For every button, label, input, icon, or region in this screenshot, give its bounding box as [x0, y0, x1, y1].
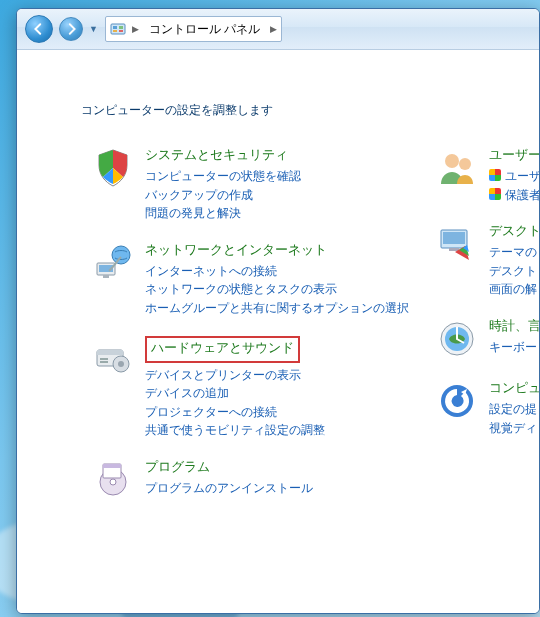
category: 時計、言キーボー — [435, 317, 539, 361]
svg-rect-4 — [119, 30, 123, 32]
hardware-icon — [91, 336, 135, 380]
task-link[interactable]: コンピューターの状態を確認 — [145, 167, 301, 186]
category: ハードウェアとサウンドデバイスとプリンターの表示デバイスの追加プロジェクターへの… — [91, 336, 411, 440]
control-panel-icon — [110, 21, 126, 37]
svg-point-5 — [112, 246, 130, 264]
svg-point-20 — [459, 158, 471, 170]
shield-icon — [91, 146, 135, 190]
titlebar: ▼ ▶ コントロール パネル ▶ — [17, 9, 539, 50]
task-link[interactable]: 画面の解 — [489, 280, 539, 299]
category-link[interactable]: ネットワークとインターネット — [145, 241, 327, 259]
client-area: コンピューターの設定を調整します システムとセキュリティコンピューターの状態を確… — [17, 50, 539, 613]
task-link[interactable]: 設定の提 — [489, 400, 539, 419]
category: コンピュ設定の提視覚ディ — [435, 379, 539, 437]
left-column: システムとセキュリティコンピューターの状態を確認バックアップの作成問題の発見と解… — [91, 146, 411, 520]
category-body: ユーザーユーザ保護者 — [489, 146, 539, 204]
category-link[interactable]: プログラム — [145, 458, 210, 476]
category-body: プログラムプログラムのアンインストール — [145, 458, 313, 502]
svg-rect-13 — [100, 358, 108, 360]
page-title: コンピューターの設定を調整します — [81, 102, 273, 119]
svg-rect-2 — [119, 26, 123, 29]
svg-rect-18 — [103, 464, 121, 468]
task-link[interactable]: 共通で使うモビリティ設定の調整 — [145, 421, 325, 440]
category: システムとセキュリティコンピューターの状態を確認バックアップの作成問題の発見と解… — [91, 146, 411, 223]
task-link[interactable]: ホームグループと共有に関するオプションの選択 — [145, 299, 409, 318]
right-column: ユーザーユーザ保護者デスクトテーマのデスクト画面の解時計、言キーボーコンピュ設定… — [435, 146, 539, 455]
task-link[interactable]: 保護者 — [489, 186, 539, 205]
category-body: システムとセキュリティコンピューターの状態を確認バックアップの作成問題の発見と解… — [145, 146, 301, 223]
nav-back-button[interactable] — [25, 15, 53, 43]
task-link[interactable]: ユーザ — [489, 167, 539, 186]
svg-rect-1 — [113, 26, 117, 29]
category: デスクトテーマのデスクト画面の解 — [435, 222, 539, 299]
nav-forward-button[interactable] — [59, 17, 83, 41]
arrow-left-icon — [33, 23, 45, 35]
arrow-right-icon — [65, 23, 77, 35]
task-link[interactable]: ネットワークの状態とタスクの表示 — [145, 280, 409, 299]
task-link[interactable]: 問題の発見と解決 — [145, 204, 301, 223]
category-body: 時計、言キーボー — [489, 317, 539, 361]
task-link[interactable]: デバイスの追加 — [145, 384, 325, 403]
ease-icon — [435, 379, 479, 423]
svg-rect-14 — [100, 361, 108, 363]
programs-icon — [91, 458, 135, 502]
svg-rect-22 — [443, 232, 465, 244]
category-body: ハードウェアとサウンドデバイスとプリンターの表示デバイスの追加プロジェクターへの… — [145, 336, 325, 440]
task-link[interactable]: プログラムのアンインストール — [145, 479, 313, 498]
category-link[interactable]: 時計、言 — [489, 317, 539, 335]
category: プログラムプログラムのアンインストール — [91, 458, 411, 502]
category-link[interactable]: コンピュ — [489, 379, 539, 397]
network-icon — [91, 241, 135, 285]
category-link[interactable]: デスクト — [489, 222, 539, 240]
category-link[interactable]: ユーザー — [489, 146, 539, 164]
svg-point-19 — [445, 154, 459, 168]
appearance-icon — [435, 222, 479, 266]
task-link[interactable]: デスクト — [489, 262, 539, 281]
category-link[interactable]: ハードウェアとサウンド — [151, 339, 294, 357]
control-panel-window: ▼ ▶ コントロール パネル ▶ コンピューターの設定を調整します システムとセ… — [16, 8, 540, 614]
svg-rect-10 — [97, 350, 123, 355]
nav-history-dropdown[interactable]: ▼ — [89, 24, 99, 34]
category-body: コンピュ設定の提視覚ディ — [489, 379, 539, 437]
users-icon — [435, 146, 479, 190]
svg-rect-3 — [113, 30, 117, 32]
address-bar[interactable]: ▶ コントロール パネル ▶ — [105, 16, 282, 42]
breadcrumb-control-panel[interactable]: コントロール パネル — [145, 19, 264, 40]
clock-icon — [435, 317, 479, 361]
category-link[interactable]: システムとセキュリティ — [145, 146, 288, 164]
task-link[interactable]: プロジェクターへの接続 — [145, 403, 325, 422]
task-link[interactable]: バックアップの作成 — [145, 186, 301, 205]
highlight-box: ハードウェアとサウンド — [145, 336, 300, 363]
task-link[interactable]: インターネットへの接続 — [145, 262, 409, 281]
breadcrumb-arrow[interactable]: ▶ — [270, 24, 277, 34]
svg-point-12 — [118, 361, 124, 367]
svg-point-16 — [110, 479, 116, 485]
task-link[interactable]: 視覚ディ — [489, 419, 539, 438]
task-link[interactable]: キーボー — [489, 338, 539, 357]
category-body: ネットワークとインターネットインターネットへの接続ネットワークの状態とタスクの表… — [145, 241, 409, 318]
category-body: デスクトテーマのデスクト画面の解 — [489, 222, 539, 299]
category: ネットワークとインターネットインターネットへの接続ネットワークの状態とタスクの表… — [91, 241, 411, 318]
task-link[interactable]: テーマの — [489, 243, 539, 262]
breadcrumb-arrow[interactable]: ▶ — [132, 24, 139, 34]
category: ユーザーユーザ保護者 — [435, 146, 539, 204]
task-link[interactable]: デバイスとプリンターの表示 — [145, 366, 325, 385]
svg-rect-8 — [103, 275, 109, 278]
